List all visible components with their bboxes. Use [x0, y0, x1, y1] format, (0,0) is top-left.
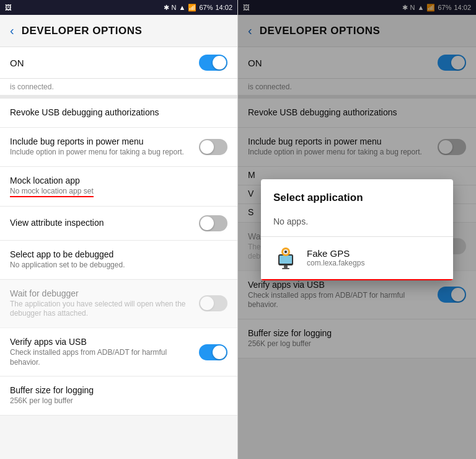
left-toolbar: ‹ DEVELOPER OPTIONS [0, 15, 237, 47]
dialog-fake-gps-icon [273, 246, 298, 270]
left-time: 14:02 [215, 4, 232, 11]
left-battery-text: 67% [199, 4, 213, 11]
left-setting-select-app-debug-title: Select app to be debugged [10, 249, 227, 259]
left-wifi-icon: ▲ [179, 4, 186, 11]
left-on-label: ON [10, 58, 24, 68]
left-setting-wait-debugger-title: Wait for debugger [10, 288, 194, 298]
left-setting-wait-debugger-text: Wait for debugger The application you ha… [10, 288, 194, 319]
left-status-bar-right: ✱ N ▲ 📶 67% 14:02 [164, 4, 232, 12]
svg-rect-6 [282, 268, 289, 269]
fake-gps-svg-icon [273, 246, 298, 270]
left-signal-icon: 📶 [188, 4, 196, 12]
left-setting-bug-reports-text: Include bug reports in power menu Includ… [10, 136, 194, 158]
dialog-fake-gps-package: com.lexa.fakegps [307, 259, 364, 267]
left-wait-debugger-toggle [199, 295, 227, 311]
left-setting-bug-reports-title: Include bug reports in power menu [10, 136, 194, 146]
left-bug-reports-toggle[interactable] [199, 139, 227, 155]
left-setting-mock-location[interactable]: Mock location app No mock location app s… [0, 167, 237, 207]
select-application-dialog: Select application No apps. [261, 179, 453, 280]
svg-rect-5 [284, 265, 288, 268]
left-page-title: DEVELOPER OPTIONS [22, 25, 143, 37]
left-setting-buffer-logging-subtitle: 256K per log buffer [10, 396, 227, 406]
dialog-fake-gps-info: Fake GPS com.lexa.fakegps [307, 248, 364, 267]
left-setting-buffer-logging[interactable]: Buffer size for logging 256K per log buf… [0, 377, 237, 416]
left-connected-row: is connected. [0, 79, 237, 99]
left-panel: 🖼 ✱ N ▲ 📶 67% 14:02 ‹ DEVELOPER OPTIONS … [0, 0, 238, 459]
dialog-fake-gps-name: Fake GPS [307, 248, 364, 259]
left-verify-apps-toggle-knob [213, 345, 226, 359]
left-view-attribute-toggle-knob [200, 216, 214, 230]
left-setting-view-attribute[interactable]: View attribute inspection [0, 207, 237, 241]
left-nfc-icon: N [172, 4, 177, 11]
left-settings-list: Revoke USB debugging authorizations Incl… [0, 99, 237, 459]
left-setting-revoke-usb[interactable]: Revoke USB debugging authorizations [0, 99, 237, 128]
dialog-title: Select application [261, 192, 453, 212]
left-setting-mock-location-subtitle: No mock location app set [10, 187, 227, 198]
left-on-toggle-knob [213, 56, 226, 69]
left-setting-wait-debugger: Wait for debugger The application you ha… [0, 280, 237, 328]
left-setting-bug-reports-subtitle: Include option in power menu for taking … [10, 148, 194, 158]
left-bug-reports-toggle-knob [200, 140, 214, 154]
left-on-toggle[interactable] [199, 55, 227, 71]
left-setting-wait-debugger-subtitle: The application you have selected will o… [10, 300, 194, 319]
left-setting-mock-location-text: Mock location app No mock location app s… [10, 176, 227, 198]
left-setting-buffer-logging-title: Buffer size for logging [10, 385, 227, 395]
left-setting-select-app-debug-subtitle: No application set to be debugged. [10, 261, 227, 270]
svg-point-4 [284, 251, 287, 253]
left-verify-apps-toggle[interactable] [199, 344, 227, 360]
left-status-bar: 🖼 ✱ N ▲ 📶 67% 14:02 [0, 0, 237, 15]
left-setting-verify-apps-subtitle: Check installed apps from ADB/ADT for ha… [10, 348, 194, 367]
dialog-no-apps-text: No apps. [261, 212, 453, 237]
left-status-bar-left: 🖼 [5, 4, 12, 11]
left-notification-icon: 🖼 [5, 4, 12, 11]
dialog-fake-gps-item[interactable]: Fake GPS com.lexa.fakegps [261, 237, 453, 280]
left-setting-select-app-debug[interactable]: Select app to be debugged No application… [0, 241, 237, 280]
left-setting-verify-apps-title: Verify apps via USB [10, 337, 194, 347]
left-setting-buffer-logging-text: Buffer size for logging 256K per log buf… [10, 385, 227, 406]
left-view-attribute-toggle[interactable] [199, 215, 227, 231]
left-bluetooth-icon: ✱ [164, 4, 169, 12]
left-setting-revoke-usb-title: Revoke USB debugging authorizations [10, 107, 227, 117]
left-setting-verify-apps-usb[interactable]: Verify apps via USB Check installed apps… [0, 328, 237, 377]
left-mock-location-underlined: No mock location app set [10, 187, 94, 198]
left-setting-view-attribute-title: View attribute inspection [10, 218, 194, 228]
right-panel: 🖼 ✱ N ▲ 📶 67% 14:02 ‹ DEVELOPER OPTIONS … [238, 0, 476, 459]
left-setting-bug-reports[interactable]: Include bug reports in power menu Includ… [0, 128, 237, 167]
left-connected-text: is connected. [10, 82, 54, 91]
left-setting-revoke-usb-text: Revoke USB debugging authorizations [10, 107, 227, 118]
left-wait-debugger-toggle-knob [200, 296, 214, 310]
left-setting-mock-location-title: Mock location app [10, 176, 227, 185]
left-back-button[interactable]: ‹ [10, 24, 14, 38]
left-setting-view-attribute-text: View attribute inspection [10, 218, 194, 229]
dialog-overlay[interactable]: Select application No apps. [238, 0, 476, 459]
left-setting-verify-apps-text: Verify apps via USB Check installed apps… [10, 337, 194, 367]
left-on-row: ON [0, 47, 237, 79]
left-setting-select-app-debug-text: Select app to be debugged No application… [10, 249, 227, 270]
svg-rect-1 [280, 256, 292, 264]
